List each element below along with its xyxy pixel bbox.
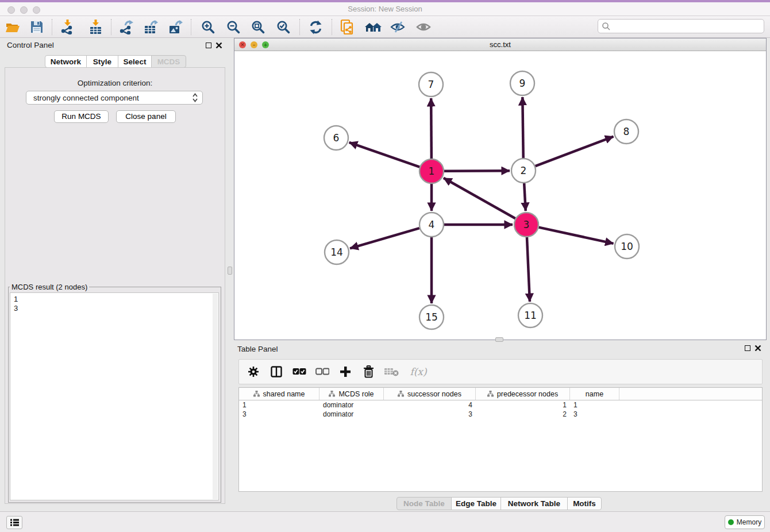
import-table-icon[interactable] xyxy=(88,20,103,34)
main-toolbar xyxy=(0,16,770,38)
hide-selected-icon[interactable] xyxy=(390,20,405,34)
select-all-icon[interactable] xyxy=(292,364,307,379)
table-cell[interactable]: 4 xyxy=(384,400,476,410)
graph-edge-2-3[interactable] xyxy=(524,183,526,211)
search-box[interactable] xyxy=(598,19,764,33)
network-minimize-button[interactable]: – xyxy=(251,41,257,48)
mcds-result-scrollbar[interactable] xyxy=(213,294,218,499)
show-all-icon[interactable] xyxy=(416,20,431,34)
network-graph-canvas[interactable]: 7968124314101511 xyxy=(234,51,766,340)
graph-edge-2-8[interactable] xyxy=(536,137,614,167)
zoom-fit-icon[interactable] xyxy=(251,20,265,34)
table-row[interactable]: 1dominator411 xyxy=(239,400,762,410)
float-panel-icon[interactable] xyxy=(206,43,211,48)
close-panel-icon[interactable] xyxy=(215,42,222,49)
refresh-icon[interactable] xyxy=(308,20,323,34)
table-cell[interactable]: dominator xyxy=(319,410,384,419)
graph-edge-1-7[interactable] xyxy=(431,98,432,159)
function-builder-icon[interactable]: f(x) xyxy=(407,364,430,379)
close-panel-button[interactable]: Close panel xyxy=(116,110,176,123)
node-table: shared name MCDS role successor nodes pr… xyxy=(238,387,763,492)
column-type-icon xyxy=(487,391,494,397)
unselect-all-icon[interactable] xyxy=(315,364,330,379)
tab-style[interactable]: Style xyxy=(86,55,118,68)
zoom-in-icon[interactable] xyxy=(201,20,215,34)
minimize-window-button[interactable] xyxy=(20,6,28,14)
search-input[interactable] xyxy=(613,21,764,32)
column-header-predecessor-nodes[interactable]: predecessor nodes xyxy=(476,388,570,400)
table-cell[interactable]: 3 xyxy=(384,410,476,419)
graph-node-label: 11 xyxy=(524,310,537,321)
mcds-result-text: 1 3 xyxy=(10,293,218,315)
mcds-result-group: MCDS result (2 nodes) 1 3 xyxy=(8,283,221,503)
table-settings-icon[interactable] xyxy=(246,364,261,379)
add-column-icon[interactable] xyxy=(338,364,353,379)
table-cell[interactable]: 1 xyxy=(476,400,570,410)
network-maximize-button[interactable]: + xyxy=(262,41,269,48)
show-columns-icon[interactable] xyxy=(269,364,284,379)
status-bar: Memory xyxy=(0,511,770,532)
save-session-icon[interactable] xyxy=(29,20,44,34)
import-network-icon[interactable] xyxy=(60,20,75,34)
graph-edge-1-2[interactable] xyxy=(444,171,510,171)
column-type-icon xyxy=(253,391,260,397)
export-network-icon[interactable] xyxy=(118,20,133,34)
tab-node-table[interactable]: Node Table xyxy=(396,497,452,510)
column-header-mcds-role[interactable]: MCDS role xyxy=(319,388,384,400)
memory-label: Memory xyxy=(737,518,761,526)
table-row[interactable]: 3dominator323 xyxy=(239,410,762,419)
table-cell[interactable]: 1 xyxy=(239,400,319,410)
graph-edge-3-1[interactable] xyxy=(444,178,515,218)
tab-select[interactable]: Select xyxy=(118,55,152,68)
table-cell[interactable]: 3 xyxy=(570,410,619,419)
graph-node-label: 15 xyxy=(425,311,438,323)
table-cell[interactable]: 3 xyxy=(239,410,319,419)
export-table-icon[interactable] xyxy=(143,20,158,34)
memory-status-icon xyxy=(728,519,734,525)
task-history-button[interactable] xyxy=(6,516,22,529)
delete-table-icon[interactable] xyxy=(384,364,399,379)
export-image-icon[interactable] xyxy=(168,20,183,34)
tab-network[interactable]: Network xyxy=(45,55,87,68)
network-window-titlebar[interactable]: ✕ – + scc.txt xyxy=(234,38,766,51)
mcds-result-textarea[interactable]: 1 3 xyxy=(10,292,219,500)
column-header-successor-nodes[interactable]: successor nodes xyxy=(384,388,476,400)
graph-node-label: 8 xyxy=(623,126,630,137)
column-header-shared-name[interactable]: shared name xyxy=(239,388,319,400)
tab-mcds[interactable]: MCDS xyxy=(151,55,186,68)
graph-edge-2-9[interactable] xyxy=(522,97,523,158)
zoom-selected-icon[interactable] xyxy=(276,20,291,34)
column-header-name[interactable]: name xyxy=(570,388,619,400)
table-toolbar: f(x) xyxy=(238,359,763,384)
tab-motifs[interactable]: Motifs xyxy=(567,497,602,510)
open-session-icon[interactable] xyxy=(5,20,20,34)
float-table-panel-icon[interactable] xyxy=(745,345,750,351)
graph-edge-3-11[interactable] xyxy=(527,237,530,302)
graph-node-label: 6 xyxy=(333,132,340,144)
graph-node-label: 4 xyxy=(429,219,435,230)
delete-column-icon[interactable] xyxy=(361,364,376,379)
splitter-handle[interactable] xyxy=(228,267,232,275)
zoom-window-button[interactable] xyxy=(33,6,40,14)
run-mcds-button[interactable]: Run MCDS xyxy=(54,110,109,123)
network-close-button[interactable]: ✕ xyxy=(239,41,246,48)
criterion-select[interactable]: strongly connected component xyxy=(26,91,203,105)
tab-edge-table[interactable]: Edge Table xyxy=(451,497,501,510)
table-cell[interactable]: dominator xyxy=(319,400,384,410)
table-cell[interactable]: 1 xyxy=(570,400,619,410)
graph-edge-4-14[interactable] xyxy=(350,228,419,248)
home-icon[interactable] xyxy=(364,20,383,34)
tab-network-table[interactable]: Network Table xyxy=(500,497,568,510)
close-table-panel-icon[interactable] xyxy=(754,345,761,352)
network-view-window: ✕ – + scc.txt 7968124314101511 xyxy=(234,38,767,340)
graph-edge-3-10[interactable] xyxy=(538,228,613,244)
memory-button[interactable]: Memory xyxy=(725,515,765,529)
graph-edge-1-6[interactable] xyxy=(349,142,420,167)
table-panel-title: Table Panel xyxy=(237,345,278,353)
zoom-out-icon[interactable] xyxy=(226,20,241,34)
optimization-criterion-label: Optimization criterion: xyxy=(0,79,230,87)
clone-network-icon[interactable] xyxy=(340,20,355,34)
network-resize-handle[interactable] xyxy=(495,337,503,342)
table-cell[interactable]: 2 xyxy=(476,410,570,419)
close-window-button[interactable] xyxy=(7,6,15,14)
